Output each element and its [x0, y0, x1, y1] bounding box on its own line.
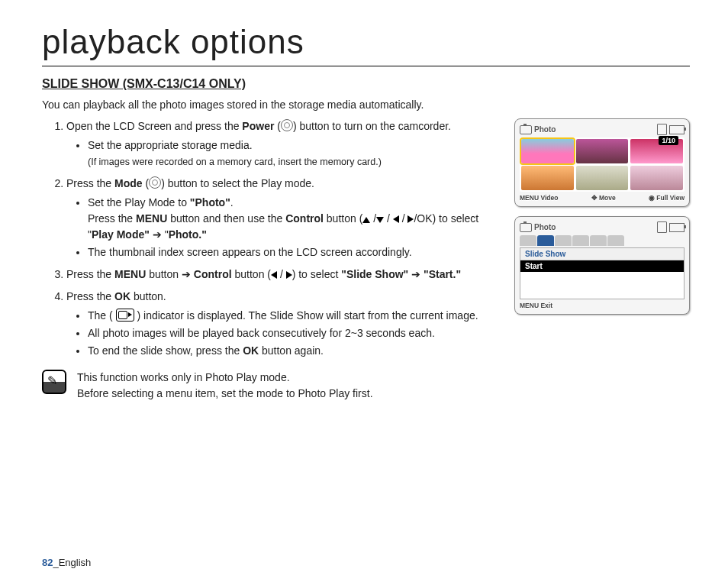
thumbnail [576, 166, 629, 190]
instructions-column: Open the LCD Screen and press the Power … [42, 118, 503, 402]
page-footer: 82_English [42, 557, 91, 568]
left-icon [271, 271, 277, 279]
lcd-screen-menu: Photo Slide Show Start MENU Exit [514, 216, 690, 315]
menu-item-start: Start [520, 260, 684, 272]
power-icon [281, 119, 293, 131]
page-title: playback options [42, 23, 690, 66]
mode-icon [149, 176, 161, 189]
thumbnail [576, 139, 629, 163]
right-icon [286, 271, 292, 279]
camera-icon [520, 125, 532, 134]
left-icon [393, 215, 399, 223]
note-box: This function works only in Photo Play m… [42, 370, 503, 402]
step-3: Press the MENU button ➔ Control button (… [66, 267, 503, 283]
battery-icon [669, 125, 685, 134]
screenshots-column: Photo 1/10 MENU Video✥ Move◉ Full View P… [514, 118, 690, 402]
intro-text: You can playback all the photo images st… [42, 99, 690, 111]
card-icon [657, 124, 667, 135]
thumbnail [521, 139, 574, 163]
menu-heading: Slide Show [520, 248, 684, 260]
step-2: Press the Mode () button to select the P… [66, 176, 503, 260]
counter-badge: 1/10 [659, 136, 678, 145]
section-heading: SLIDE SHOW (SMX-C13/C14 ONLY) [42, 77, 690, 91]
note-icon [42, 370, 66, 394]
thumbnail [521, 166, 574, 190]
step-1: Open the LCD Screen and press the Power … [66, 118, 503, 170]
lcd-screen-thumbnails: Photo 1/10 MENU Video✥ Move◉ Full View [514, 118, 690, 207]
camera-icon [520, 223, 532, 232]
down-icon [376, 217, 384, 223]
battery-icon [669, 223, 685, 232]
slideshow-indicator-icon [116, 309, 134, 322]
thumbnail [630, 166, 683, 190]
step-4: Press the OK button. The ( ) indicator i… [66, 289, 503, 359]
card-icon [657, 221, 667, 233]
up-icon [362, 217, 370, 223]
